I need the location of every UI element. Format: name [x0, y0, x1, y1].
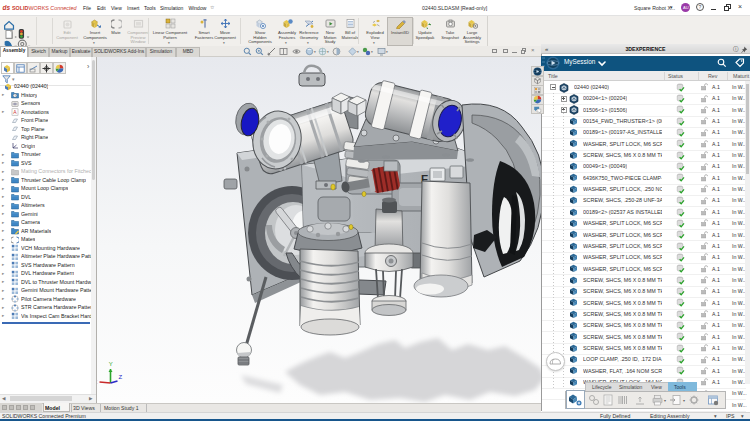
svg-text:Y: Y [109, 361, 113, 367]
svg-text:Z: Z [119, 374, 123, 380]
